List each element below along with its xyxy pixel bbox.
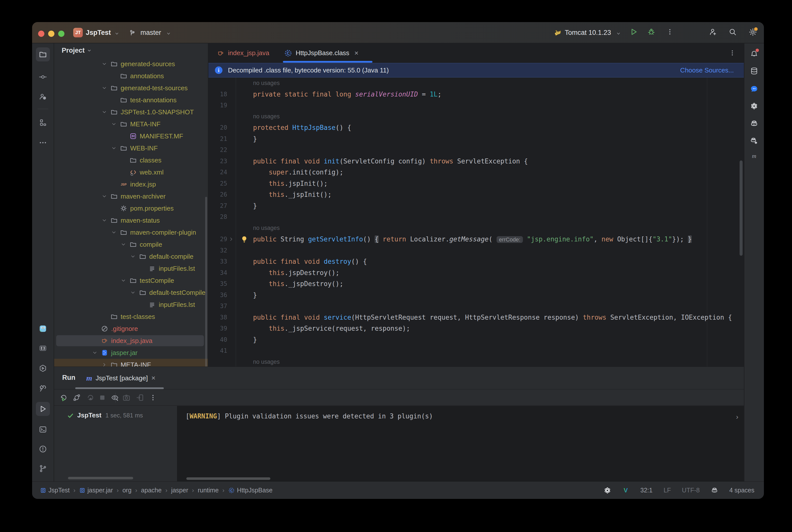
- kebab-icon[interactable]: [728, 49, 736, 57]
- openai-status-icon[interactable]: [604, 487, 611, 494]
- code-line[interactable]: 35 this._jspDestroy();: [208, 278, 744, 289]
- folder-tool-icon[interactable]: [36, 48, 50, 61]
- export-icon[interactable]: [134, 392, 146, 404]
- rerun-icon[interactable]: [58, 392, 70, 404]
- code-line[interactable]: 27}: [208, 200, 744, 212]
- close-window-button[interactable]: [38, 31, 44, 37]
- tree-item-selected[interactable]: index_jsp.java: [54, 335, 208, 347]
- minimize-window-button[interactable]: [48, 31, 54, 37]
- database-icon[interactable]: [747, 64, 761, 78]
- copilot-status-icon[interactable]: [711, 487, 718, 494]
- chevron-down-icon[interactable]: [108, 146, 119, 151]
- debug-icon[interactable]: [647, 27, 656, 36]
- code-line[interactable]: 33public final void destroy() {: [208, 256, 744, 267]
- copilot-chat-icon[interactable]: [747, 134, 761, 148]
- tree-item[interactable]: test-annotations: [54, 94, 208, 106]
- tree-item[interactable]: META-INF: [54, 359, 208, 366]
- run-tool-icon[interactable]: [36, 402, 50, 416]
- indent-setting[interactable]: 4 spaces: [729, 487, 754, 494]
- breadcrumb-item[interactable]: jasper.jar: [79, 487, 113, 494]
- close-icon[interactable]: ×: [354, 49, 358, 57]
- branch-menu[interactable]: master: [140, 29, 161, 37]
- code-line[interactable]: 21}: [208, 133, 744, 145]
- kebab-icon[interactable]: [666, 27, 674, 36]
- tree-item[interactable]: pom.properties: [54, 202, 208, 214]
- project-view-title[interactable]: Project: [62, 46, 85, 54]
- code-line[interactable]: 37: [208, 301, 744, 312]
- run-configuration-selector[interactable]: Tomcat 10.1.23: [565, 29, 611, 37]
- tree-item[interactable]: WEB-INF: [54, 142, 208, 154]
- kebab-icon[interactable]: [147, 392, 159, 404]
- code-line[interactable]: 38public final void service(HttpServletR…: [208, 312, 744, 323]
- run-icon[interactable]: [629, 27, 638, 36]
- toggle-output-icon[interactable]: [109, 392, 121, 404]
- chevron-down-icon[interactable]: [127, 254, 138, 259]
- code-line[interactable]: 22: [208, 145, 744, 156]
- code-line[interactable]: 41: [208, 345, 744, 357]
- go-plugin-icon[interactable]: [36, 322, 50, 336]
- tree-item[interactable]: default-compile: [54, 250, 208, 263]
- services-icon[interactable]: [36, 361, 50, 375]
- hscrollbar[interactable]: [68, 477, 133, 479]
- tab-httpjspbase-class[interactable]: C HttpJspBase.class ×: [279, 43, 364, 63]
- tree-item[interactable]: annotations: [54, 70, 208, 82]
- code-line[interactable]: 28: [208, 211, 744, 223]
- run-result-name[interactable]: JspTest: [77, 412, 101, 419]
- stop-icon[interactable]: [96, 392, 108, 404]
- tree-item[interactable]: META-INF: [54, 118, 208, 130]
- code-line[interactable]: 18private static final long serialVersio…: [208, 89, 744, 100]
- search-icon[interactable]: [728, 27, 737, 36]
- tree-item[interactable]: maven-compiler-plugin: [54, 226, 208, 239]
- chevron-down-icon[interactable]: [118, 242, 129, 247]
- chevron-down-icon[interactable]: [127, 290, 138, 295]
- chevron-down-icon[interactable]: [89, 350, 100, 356]
- tree-item[interactable]: generated-test-sources: [54, 82, 208, 94]
- tree-item[interactable]: maven-archiver: [54, 190, 208, 202]
- tree-item[interactable]: default-testCompile: [54, 287, 208, 299]
- code-line[interactable]: 32: [208, 245, 744, 256]
- code-line[interactable]: 25 this.jspInit();: [208, 178, 744, 189]
- chevron-down-icon[interactable]: [99, 109, 110, 115]
- tree-item[interactable]: classes: [54, 154, 208, 166]
- chevron-down-icon[interactable]: [99, 85, 110, 91]
- terminal-icon[interactable]: [36, 422, 50, 436]
- git-icon[interactable]: [36, 461, 50, 476]
- tree-item[interactable]: web.xml: [54, 166, 208, 178]
- project-scrollbar[interactable]: [205, 197, 207, 366]
- brackets-icon[interactable]: [36, 341, 50, 355]
- settings-icon[interactable]: [748, 27, 757, 37]
- tree-item[interactable]: compile: [54, 239, 208, 250]
- chevron-down-icon[interactable]: [99, 61, 110, 67]
- fold-icon[interactable]: [228, 236, 235, 242]
- code-line[interactable]: 24 super.init(config);: [208, 167, 744, 178]
- code-editor[interactable]: no usages18private static final long ser…: [208, 77, 744, 366]
- code-line[interactable]: 20protected HttpJspBase() {: [208, 122, 744, 133]
- resume-icon[interactable]: [84, 392, 96, 404]
- openai-icon[interactable]: [747, 99, 761, 113]
- add-user-icon[interactable]: [709, 27, 717, 36]
- tree-item[interactable]: testCompile: [54, 274, 208, 287]
- editor-scrollbar[interactable]: [740, 160, 742, 256]
- breadcrumb-item[interactable]: apache: [141, 487, 162, 494]
- tree-item[interactable]: jasper.jar: [54, 347, 208, 359]
- chevron-down-icon[interactable]: [108, 121, 119, 127]
- run-tab[interactable]: m JspTest [package] ×: [81, 367, 161, 390]
- maximize-window-button[interactable]: [58, 31, 64, 37]
- choose-sources-link[interactable]: Choose Sources...: [680, 66, 734, 74]
- build-icon[interactable]: [36, 381, 50, 395]
- breadcrumb-item[interactable]: org: [122, 487, 131, 494]
- pull-request-icon[interactable]: ?: [36, 90, 50, 104]
- tree-item[interactable]: MANIFEST.MF: [54, 130, 208, 142]
- tree-item[interactable]: .gitignore: [54, 323, 208, 335]
- file-encoding[interactable]: UTF-8: [682, 487, 700, 494]
- tree-item[interactable]: test-classes: [54, 311, 208, 323]
- tree-item[interactable]: maven-status: [54, 214, 208, 226]
- chevron-right-icon[interactable]: [99, 362, 110, 366]
- rerun-all-icon[interactable]: [71, 392, 83, 404]
- chevron-down-icon[interactable]: [99, 217, 110, 223]
- code-line[interactable]: 39 this._jspService(request, response);: [208, 323, 744, 334]
- tree-item[interactable]: inputFiles.lst: [54, 263, 208, 274]
- maven-icon[interactable]: m: [747, 149, 761, 163]
- intention-bulb-icon[interactable]: [241, 235, 248, 243]
- problems-icon[interactable]: [36, 442, 50, 456]
